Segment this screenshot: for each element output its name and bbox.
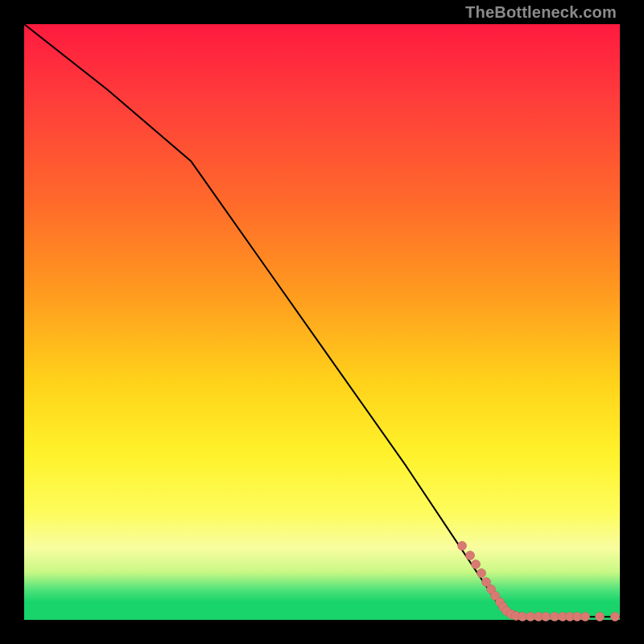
bottleneck-curve-path (24, 24, 620, 617)
data-marker (595, 613, 604, 621)
data-marker (611, 613, 620, 621)
data-marker (572, 613, 581, 621)
data-marker (465, 551, 474, 560)
chart-container: TheBottleneck.com (0, 0, 644, 644)
data-marker (477, 569, 486, 578)
plot-area (24, 24, 620, 620)
data-marker (526, 613, 535, 621)
data-marker (518, 613, 526, 621)
data-marker (581, 613, 590, 621)
watermark-text: TheBottleneck.com (465, 3, 617, 22)
data-marker (550, 613, 559, 621)
data-marker (471, 560, 480, 569)
curve-svg (24, 24, 620, 620)
data-marker (457, 541, 466, 550)
data-marker (542, 613, 551, 621)
